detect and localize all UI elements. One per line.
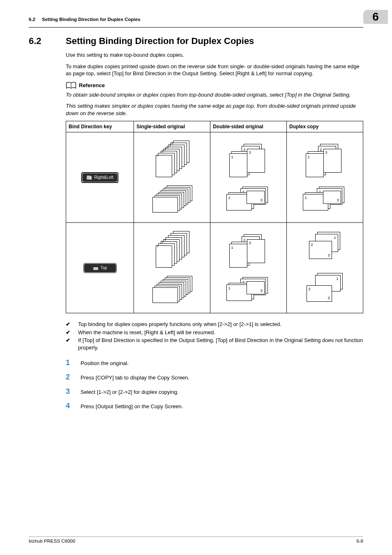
step-text: Press [Output Setting] on the Copy Scree… [81, 403, 183, 409]
page-footer: bizhub PRESS C8000 6-8 [29, 536, 363, 543]
header-section-num: 6.2 [29, 17, 35, 22]
page-header: 6.2 Setting Binding Direction for Duplex… [29, 12, 363, 28]
content-body: Use this setting to make top-bound duple… [66, 51, 363, 410]
th-double: Double-sided original [210, 121, 287, 132]
top-key-button: Top [83, 263, 117, 273]
cell-double-rightleft: 2 1 3 2 1 3 [210, 132, 287, 223]
footer-product: bizhub PRESS C8000 [29, 539, 75, 543]
check-icon: ✔ [66, 321, 71, 328]
single-portrait-stack-icon: 123456 [156, 141, 189, 176]
step-number: 2 [66, 373, 71, 382]
step-text: Select [1->2] or [2->2] for duplex copyi… [81, 389, 178, 395]
cell-single-top: 123 [134, 223, 210, 313]
step-4: 4 Press [Output Setting] on the Copy Scr… [66, 402, 363, 410]
svg-rect-2 [93, 267, 98, 270]
book-icon [66, 81, 76, 90]
step-number: 3 [66, 387, 71, 396]
cell-key-top: Top [66, 223, 134, 313]
reference-p1: To obtain side-bound simplex or duplex c… [66, 91, 363, 99]
list-item: ✔ If [Top] of Bind Direction is specifie… [66, 337, 363, 351]
list-item: ✔ Top binding for duplex copies properly… [66, 321, 363, 328]
cell-duplex-top: 1 23 1 23 [287, 223, 363, 313]
duplex-landscape-pair-icon: 2 1 3 [302, 187, 348, 211]
header-section-title: Setting Binding Direction for Duplex Cop… [42, 17, 141, 22]
svg-rect-3 [93, 266, 98, 267]
cell-single-rightleft: 123456 [134, 132, 210, 223]
rightleft-key-label: Right&Left [94, 175, 113, 180]
footer-page: 6-8 [356, 539, 363, 543]
header-section: 6.2 Setting Binding Direction for Duplex… [29, 17, 141, 22]
step-number: 4 [66, 402, 71, 410]
check-icon: ✔ [66, 337, 71, 351]
double-portrait-pair-icon: 2 1 3 [228, 234, 269, 267]
chapter-tab: 6 [363, 10, 388, 24]
notes-list: ✔ Top binding for duplex copies properly… [66, 321, 363, 351]
bind-direction-table: Bind Direction key Single-sided original… [66, 121, 363, 313]
duplex-portrait-pair-icon: 2 1 3 [304, 144, 346, 177]
section-title: Setting Binding Direction for Duplex Cop… [66, 36, 254, 46]
list-item: ✔ When the machine is reset, [Right & Le… [66, 329, 363, 336]
single-portrait-stack-icon: 123 [156, 231, 189, 266]
double-landscape-pair-icon: 2 1 3 [226, 187, 271, 211]
rightleft-key-button: Right&Left [81, 172, 118, 183]
note-3: If [Top] of Bind Direction is specified … [78, 337, 363, 351]
step-text: Position the original. [81, 360, 129, 366]
section-number: 6.2 [29, 36, 58, 46]
double-landscape-pair-icon: 2 1 3 [226, 277, 271, 302]
note-1: Top binding for duplex copies properly f… [78, 321, 281, 328]
reference-heading: Reference [66, 81, 363, 90]
th-single: Single-sided original [134, 121, 210, 132]
intro-p2: To make duplex copies printed upside dow… [66, 63, 363, 77]
intro-p1: Use this setting to make top-bound duple… [66, 51, 363, 59]
th-duplex: Duplex copy [287, 121, 363, 132]
check-icon: ✔ [66, 329, 71, 336]
single-landscape-stack-icon [152, 185, 192, 214]
note-2: When the machine is reset, [Right & Left… [78, 329, 215, 336]
duplex-top-landscape-icon: 1 23 [307, 273, 344, 304]
reference-label: Reference [79, 82, 105, 88]
step-1: 1 Position the original. [66, 358, 363, 367]
step-3: 3 Select [1->2] or [2->2] for duplex cop… [66, 387, 363, 396]
duplex-top-portrait-icon: 1 23 [307, 232, 344, 263]
double-portrait-pair-icon: 2 1 3 [228, 144, 269, 177]
single-landscape-stack-icon [152, 276, 192, 305]
step-2: 2 Press [COPY] tab to display the Copy S… [66, 373, 363, 382]
cell-duplex-rightleft: 2 1 3 2 1 3 [287, 132, 363, 223]
reference-p2: This setting makes simplex or duplex cop… [66, 102, 363, 117]
table-row: Right&Left 123456 [66, 132, 363, 223]
top-key-label: Top [101, 266, 107, 270]
table-row: Top 123 [66, 223, 363, 313]
chapter-number: 6 [372, 10, 379, 23]
calendar-top-icon [93, 266, 99, 271]
th-bind-key: Bind Direction key [66, 121, 134, 132]
step-text: Press [COPY] tab to display the Copy Scr… [81, 375, 189, 381]
cell-double-top: 2 1 3 2 1 3 [210, 223, 287, 313]
page-flip-icon [86, 175, 92, 180]
cell-key-rightleft: Right&Left [66, 132, 134, 223]
step-number: 1 [66, 358, 71, 367]
section-heading: 6.2 Setting Binding Direction for Duplex… [29, 36, 363, 46]
svg-rect-1 [87, 176, 90, 180]
